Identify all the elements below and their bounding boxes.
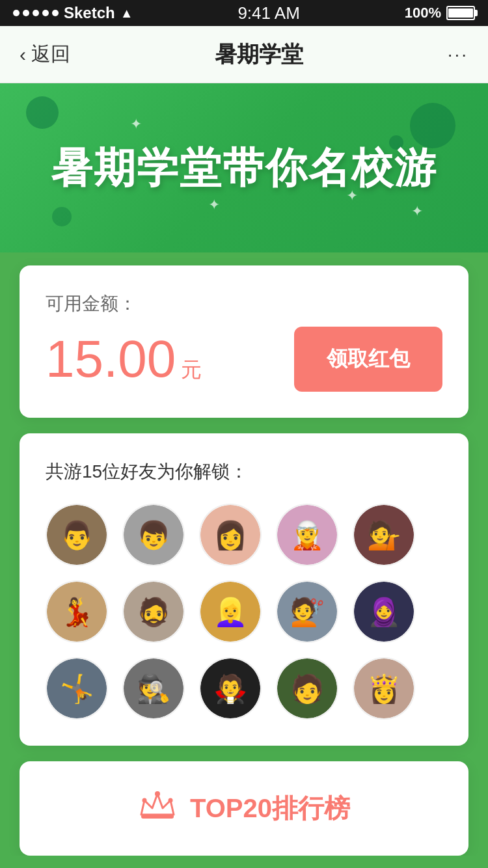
friend-avatar[interactable]: 👦 <box>122 504 185 566</box>
svg-point-3 <box>169 798 173 803</box>
amount-label: 可用金额： <box>46 292 442 316</box>
top20-label: TOP20排行榜 <box>190 791 350 826</box>
amount-display: 15.00元 <box>46 333 202 385</box>
friend-avatar[interactable]: 💇 <box>276 580 338 643</box>
carrier-label: Sketch <box>64 4 115 22</box>
amount-row: 15.00元 领取红包 <box>46 327 442 392</box>
status-bar: Sketch ▲ 9:41 AM 100% <box>0 0 488 26</box>
friend-avatar[interactable]: 🧔 <box>122 580 185 643</box>
nav-bar: ‹ 返回 暑期学堂 ··· <box>0 26 488 83</box>
friend-avatar[interactable]: 🧑 <box>276 657 338 720</box>
friend-avatar[interactable]: 👩 <box>199 504 262 566</box>
svg-point-2 <box>142 798 147 803</box>
hero-title: 暑期学堂带你名校游 <box>51 143 437 193</box>
amount-value: 15.00 <box>46 330 176 388</box>
friend-avatar[interactable]: 👸 <box>353 657 415 720</box>
friend-avatar[interactable]: 🧛 <box>199 657 262 720</box>
back-button[interactable]: ‹ 返回 <box>20 41 70 68</box>
friends-label: 共游15位好友为你解锁： <box>46 459 442 484</box>
friend-avatar[interactable]: 👱‍♀️ <box>199 580 262 643</box>
status-right: 100% <box>405 5 475 21</box>
hero-banner: ✦ ✦ ✦ ✦ 暑期学堂带你名校游 <box>0 83 488 252</box>
main-content: 可用金额： 15.00元 领取红包 共游15位好友为你解锁： 👨👦👩🧝💁💃🧔👱‍… <box>0 252 488 856</box>
footer: 查看活动规则 <box>0 856 488 868</box>
amount-card: 可用金额： 15.00元 领取红包 <box>20 265 468 418</box>
friend-avatar[interactable]: 🧝 <box>276 504 338 566</box>
friend-avatar[interactable]: 🕵️ <box>122 657 185 720</box>
friend-avatar[interactable]: 💃 <box>46 580 108 643</box>
time-display: 9:41 AM <box>237 3 299 23</box>
svg-point-1 <box>155 791 160 796</box>
battery-icon <box>446 6 475 20</box>
crown-icon <box>138 787 177 830</box>
sparkle-icon-1: ✦ <box>130 116 142 133</box>
sparkle-icon-3: ✦ <box>411 203 423 220</box>
svg-rect-0 <box>141 815 174 819</box>
friends-card: 共游15位好友为你解锁： 👨👦👩🧝💁💃🧔👱‍♀️💇🧕🤸🕵️🧛🧑👸 <box>20 433 468 746</box>
friend-avatar[interactable]: 🤸 <box>46 657 108 720</box>
signal-icon <box>13 10 59 16</box>
friend-avatar[interactable]: 🧕 <box>353 580 415 643</box>
friend-avatar[interactable]: 👨 <box>46 504 108 566</box>
claim-button[interactable]: 领取红包 <box>294 327 442 392</box>
status-left: Sketch ▲ <box>13 4 133 22</box>
wifi-icon: ▲ <box>120 6 133 21</box>
sparkle-icon-4: ✦ <box>208 197 220 213</box>
back-label: 返回 <box>31 41 70 68</box>
friends-grid: 👨👦👩🧝💁💃🧔👱‍♀️💇🧕🤸🕵️🧛🧑👸 <box>46 504 442 720</box>
battery-percent: 100% <box>405 5 441 21</box>
top20-card[interactable]: TOP20排行榜 <box>20 761 468 856</box>
more-button[interactable]: ··· <box>448 44 468 65</box>
back-chevron-icon: ‹ <box>20 44 26 66</box>
page-title: 暑期学堂 <box>215 40 303 70</box>
amount-unit: 元 <box>181 358 202 381</box>
friend-avatar[interactable]: 💁 <box>353 504 415 566</box>
